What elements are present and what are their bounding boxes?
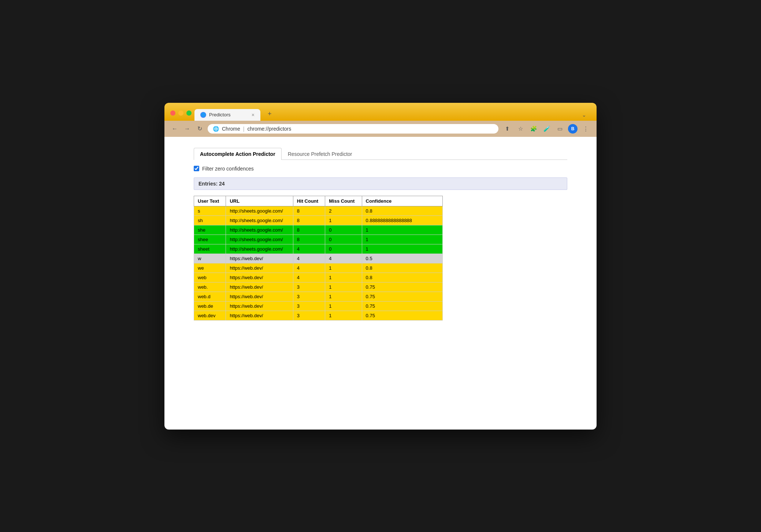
refresh-button[interactable]: ↻ <box>195 124 204 133</box>
minimize-button[interactable] <box>178 110 183 116</box>
table-cell-2: 8 <box>293 206 325 216</box>
table-row: shhttp://sheets.google.com/810.888888888… <box>194 216 443 225</box>
page-content: Autocomplete Action Predictor Resource P… <box>164 137 597 430</box>
table-cell-2: 3 <box>293 311 325 320</box>
table-cell-4: 0.75 <box>362 301 442 311</box>
table-cell-0: web.d <box>194 292 226 301</box>
table-cell-4: 1 <box>362 235 442 244</box>
table-cell-1: http://sheets.google.com/ <box>226 235 293 244</box>
table-cell-0: web.dev <box>194 311 226 320</box>
table-cell-1: https://web.dev/ <box>226 263 293 273</box>
table-cell-4: 1 <box>362 244 442 254</box>
share-icon[interactable]: ⬆ <box>502 124 512 134</box>
table-row: whttps://web.dev/440.5 <box>194 254 443 263</box>
address-globe-icon: 🌐 <box>213 126 219 132</box>
extensions-icon[interactable]: 🧩 <box>528 124 539 134</box>
table-cell-3: 0 <box>325 244 362 254</box>
table-cell-0: she <box>194 225 226 235</box>
tab-resource-prefetch[interactable]: Resource Prefetch Predictor <box>282 148 359 160</box>
table-cell-3: 2 <box>325 206 362 216</box>
table-cell-2: 3 <box>293 282 325 292</box>
table-cell-0: we <box>194 263 226 273</box>
table-row: web.dehttps://web.dev/310.75 <box>194 301 443 311</box>
table-cell-2: 8 <box>293 225 325 235</box>
table-row: wehttps://web.dev/410.8 <box>194 263 443 273</box>
table-row: web.https://web.dev/310.75 <box>194 282 443 292</box>
address-url: chrome://predictors <box>247 126 291 132</box>
back-button[interactable]: ← <box>170 124 179 133</box>
tab-favicon: 🌐 <box>200 112 206 118</box>
table-row: web.dhttps://web.dev/310.75 <box>194 292 443 301</box>
table-cell-3: 1 <box>325 301 362 311</box>
address-bar: ← → ↻ 🌐 Chrome | chrome://predictors ⬆ ☆… <box>164 121 597 137</box>
bookmark-icon[interactable]: ☆ <box>515 124 526 134</box>
table-cell-4: 1 <box>362 225 442 235</box>
new-tab-button[interactable]: + <box>263 107 276 121</box>
table-cell-0: s <box>194 206 226 216</box>
table-cell-0: sheet <box>194 244 226 254</box>
table-header-row: User Text URL Hit Count Miss Count Confi… <box>194 196 443 206</box>
table-cell-4: 0.8 <box>362 206 442 216</box>
table-cell-3: 1 <box>325 292 362 301</box>
table-cell-3: 1 <box>325 216 362 225</box>
table-cell-4: 0.8888888888888888 <box>362 216 442 225</box>
table-cell-4: 0.75 <box>362 311 442 320</box>
table-cell-0: web <box>194 273 226 282</box>
col-header-url: URL <box>226 196 293 206</box>
table-cell-4: 0.75 <box>362 292 442 301</box>
table-cell-0: web. <box>194 282 226 292</box>
col-header-user-text: User Text <box>194 196 226 206</box>
filter-row: Filter zero confidences <box>194 166 567 172</box>
address-brand: Chrome <box>222 126 240 132</box>
table-cell-2: 4 <box>293 254 325 263</box>
tab-more-button[interactable]: ⌄ <box>578 109 591 121</box>
table-cell-4: 0.75 <box>362 282 442 292</box>
maximize-button[interactable] <box>186 110 192 116</box>
entries-bar: Entries: 24 <box>194 177 567 190</box>
table-cell-3: 0 <box>325 225 362 235</box>
table-cell-2: 4 <box>293 244 325 254</box>
table-cell-3: 1 <box>325 273 362 282</box>
table-row: sheethttp://sheets.google.com/401 <box>194 244 443 254</box>
sidebar-icon[interactable]: ▭ <box>555 124 565 134</box>
table-cell-1: https://web.dev/ <box>226 282 293 292</box>
table-cell-1: http://sheets.google.com/ <box>226 244 293 254</box>
table-cell-0: shee <box>194 235 226 244</box>
filter-label: Filter zero confidences <box>202 166 254 172</box>
table-cell-1: https://web.dev/ <box>226 273 293 282</box>
table-cell-0: sh <box>194 216 226 225</box>
close-button[interactable] <box>170 110 175 116</box>
avatar[interactable]: B <box>568 124 578 134</box>
tab-autocomplete[interactable]: Autocomplete Action Predictor <box>194 148 282 160</box>
table-cell-2: 3 <box>293 292 325 301</box>
traffic-lights <box>170 110 192 121</box>
table-row: webhttps://web.dev/410.8 <box>194 273 443 282</box>
tab-title: Predictors <box>209 112 249 117</box>
address-input[interactable]: 🌐 Chrome | chrome://predictors <box>208 124 498 134</box>
menu-icon[interactable]: ⋮ <box>580 124 591 134</box>
predictor-table: User Text URL Hit Count Miss Count Confi… <box>194 196 443 321</box>
table-cell-1: https://web.dev/ <box>226 311 293 320</box>
browser-window: 🌐 Predictors × + ⌄ ← → ↻ 🌐 Chrome | chro… <box>164 103 597 430</box>
table-cell-3: 0 <box>325 235 362 244</box>
table-cell-0: web.de <box>194 301 226 311</box>
tab-close-button[interactable]: × <box>252 112 255 117</box>
col-header-confidence: Confidence <box>362 196 442 206</box>
toolbar-icons: ⬆ ☆ 🧩 🧪 ▭ B ⋮ <box>502 124 591 134</box>
table-cell-2: 3 <box>293 301 325 311</box>
lab-icon[interactable]: 🧪 <box>542 124 552 134</box>
table-cell-1: https://web.dev/ <box>226 301 293 311</box>
active-tab[interactable]: 🌐 Predictors × <box>194 109 260 121</box>
table-cell-3: 1 <box>325 311 362 320</box>
col-header-hit-count: Hit Count <box>293 196 325 206</box>
table-cell-3: 1 <box>325 282 362 292</box>
table-row: shehttp://sheets.google.com/801 <box>194 225 443 235</box>
forward-button[interactable]: → <box>183 124 192 133</box>
table-cell-0: w <box>194 254 226 263</box>
table-cell-4: 0.5 <box>362 254 442 263</box>
table-cell-1: https://web.dev/ <box>226 292 293 301</box>
table-cell-1: https://web.dev/ <box>226 254 293 263</box>
filter-checkbox[interactable] <box>194 166 199 171</box>
table-row: sheehttp://sheets.google.com/801 <box>194 235 443 244</box>
table-cell-2: 4 <box>293 273 325 282</box>
